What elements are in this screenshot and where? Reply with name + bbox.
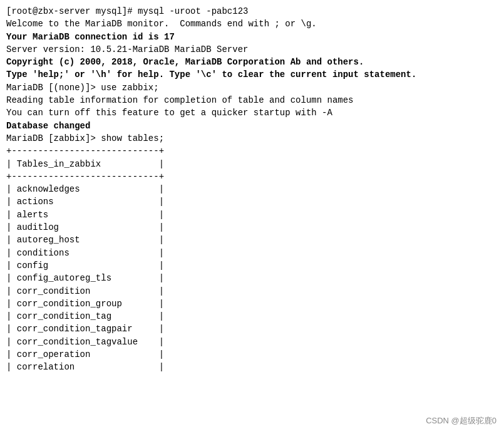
terminal-line-2: Server version: 10.5.21-MariaDB MariaDB … — [6, 43, 498, 56]
table-line: | corr_operation | — [6, 348, 498, 361]
table-line: | corr_condition_tagpair | — [6, 323, 498, 335]
terminal-line-4: Copyright (c) 2000, 2018, Oracle, MariaD… — [6, 56, 498, 68]
table-output: +----------------------------+| Tables_i… — [6, 145, 498, 373]
watermark: CSDN @超级驼鹿0 — [426, 415, 496, 426]
table-line: | corr_condition_tag | — [6, 310, 498, 323]
table-line: | auditlog | — [6, 221, 498, 234]
table-line: | corr_condition_tagvalue | — [6, 336, 498, 348]
terminal-line-8: MariaDB [(none)]> use zabbix; — [6, 81, 498, 94]
table-line: | alerts | — [6, 209, 498, 221]
terminal-line-0: Welcome to the MariaDB monitor. Commands… — [6, 18, 498, 30]
terminal-line-9: Reading table information for completion… — [6, 94, 498, 106]
terminal-window: [root@zbx-server mysql]# mysql -uroot -p… — [0, 0, 504, 434]
table-line: | corr_condition | — [6, 285, 498, 297]
terminal-line-12: Database changed — [6, 120, 498, 132]
terminal-line-6: Type 'help;' or '\h' for help. Type '\c'… — [6, 68, 498, 81]
terminal-line-13: MariaDB [zabbix]> show tables; — [6, 132, 498, 145]
terminal-line-1: Your MariaDB connection id is 17 — [6, 31, 498, 43]
table-line: | config | — [6, 259, 498, 272]
terminal-line-10: You can turn off this feature to get a q… — [6, 106, 498, 119]
table-line: | actions | — [6, 195, 498, 208]
table-line: | acknowledges | — [6, 183, 498, 195]
table-line: +----------------------------+ — [6, 145, 498, 157]
table-line: | config_autoreg_tls | — [6, 272, 498, 284]
table-line: | corr_condition_group | — [6, 297, 498, 310]
prompt-line: [root@zbx-server mysql]# mysql -uroot -p… — [6, 5, 498, 18]
table-line: +----------------------------+ — [6, 170, 498, 183]
table-line: | correlation | — [6, 361, 498, 373]
table-line: | conditions | — [6, 247, 498, 259]
table-line: | Tables_in_zabbix | — [6, 158, 498, 170]
table-line: | autoreg_host | — [6, 234, 498, 246]
